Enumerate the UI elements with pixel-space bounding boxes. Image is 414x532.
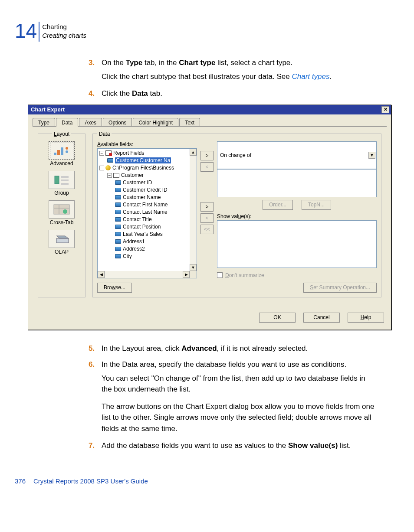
page-footer-title: Crystal Reports 2008 SP3 User's Guide: [33, 477, 148, 485]
dont-summarize-checkbox[interactable]: Don't summarize: [217, 272, 377, 278]
page-footer: 376 Crystal Reports 2008 SP3 User's Guid…: [15, 477, 375, 485]
layout-crosstab-icon: [49, 200, 75, 219]
available-fields-label: Available fields:: [97, 141, 197, 147]
ok-button[interactable]: OK: [259, 313, 296, 323]
tab-data[interactable]: Data: [56, 118, 78, 127]
chapter-number: 14: [15, 21, 37, 41]
tab-color-highlight[interactable]: Color Highlight: [133, 118, 178, 127]
svg-rect-9: [54, 205, 69, 214]
tab-type[interactable]: Type: [33, 118, 55, 127]
close-icon[interactable]: ✕: [381, 106, 389, 113]
step-3-text: On the Type tab, in the Chart type list,…: [102, 59, 292, 67]
tab-text[interactable]: Text: [179, 118, 200, 127]
step-number-5: 5.: [89, 343, 95, 354]
chart-expert-dialog: Chart Expert ✕ Type Data Axes Options Co…: [28, 104, 391, 330]
move-left-onchange[interactable]: <: [200, 162, 214, 172]
step-4-text: Click the Data tab.: [102, 89, 162, 98]
step-7-text: Add the database fields you want to use …: [102, 441, 351, 450]
svg-rect-0: [54, 153, 56, 155]
step-number-4: 4.: [89, 88, 95, 99]
scrollbar-horizontal[interactable]: [105, 271, 183, 278]
svg-rect-14: [56, 238, 69, 243]
tree-selected-field[interactable]: Customer.Customer Na: [115, 157, 171, 163]
page-number: 376: [15, 477, 26, 485]
step-6-para2: The arrow buttons on the Chart Expert di…: [102, 401, 375, 434]
layout-group[interactable]: Group: [43, 171, 81, 196]
data-group: Data Available fields: −Report Fields Cu…: [92, 131, 381, 297]
layout-olap-icon: [49, 230, 75, 248]
svg-rect-1: [57, 150, 60, 155]
checkbox-icon: [217, 272, 223, 278]
step-6-para1: You can select "On change of" from the l…: [102, 373, 375, 395]
chapter-header: 14 Charting Creating charts: [15, 21, 375, 42]
svg-point-12: [63, 209, 67, 214]
tab-options[interactable]: Options: [103, 118, 132, 127]
layout-legend: Layout: [52, 131, 71, 137]
move-left-all[interactable]: <<: [200, 225, 214, 234]
svg-marker-13: [56, 236, 69, 238]
svg-rect-5: [55, 176, 59, 184]
scroll-right-icon[interactable]: ▶: [183, 271, 190, 278]
help-button[interactable]: Help: [348, 313, 384, 323]
cancel-button[interactable]: Cancel: [303, 313, 340, 323]
chevron-down-icon: ▼: [368, 152, 375, 159]
step-number-3: 3.: [89, 57, 95, 69]
scroll-up-icon[interactable]: ▲: [190, 149, 197, 156]
svg-rect-2: [61, 147, 63, 155]
chapter-title-1: Charting: [42, 23, 86, 31]
svg-point-3: [66, 147, 68, 150]
move-left-showvalues[interactable]: <: [200, 213, 214, 223]
layout-group: Layout Advanced Group: [38, 131, 85, 297]
on-change-of-list[interactable]: [217, 169, 377, 197]
scrollbar-vertical[interactable]: [190, 156, 197, 264]
scroll-left-icon[interactable]: ◀: [98, 271, 105, 278]
step-number-6: 6.: [89, 359, 95, 370]
svg-point-4: [66, 150, 68, 153]
order-button[interactable]: Order...: [263, 200, 293, 210]
move-right-onchange[interactable]: >: [200, 151, 214, 160]
svg-rect-6: [61, 176, 69, 178]
show-values-label: Show value(s):: [217, 213, 377, 219]
browse-button[interactable]: Browse...: [97, 283, 132, 293]
layout-olap[interactable]: OLAP: [43, 230, 81, 255]
set-summary-button[interactable]: Set Summary Operation...: [303, 283, 377, 293]
chapter-divider: [39, 22, 39, 42]
scroll-down-icon[interactable]: ▼: [190, 264, 197, 271]
step-number-7: 7.: [89, 440, 95, 451]
tab-axes[interactable]: Axes: [79, 118, 102, 127]
step-3-para: Click the chart subtype that best illust…: [102, 71, 375, 82]
layout-advanced-icon: [49, 141, 75, 160]
step-5-text: In the Layout area, click Advanced, if i…: [102, 344, 308, 352]
dialog-titlebar[interactable]: Chart Expert ✕: [28, 105, 391, 114]
chart-types-link[interactable]: Chart types: [292, 72, 329, 81]
topn-button[interactable]: TopN...: [302, 200, 331, 210]
on-change-of-select[interactable]: On change of ▼: [217, 141, 377, 170]
svg-rect-7: [61, 180, 69, 181]
chapter-title-2: Creating charts: [42, 31, 86, 40]
layout-group-icon: [49, 171, 75, 189]
show-values-list[interactable]: [217, 220, 377, 268]
step-6-text: In the Data area, specify the database f…: [102, 360, 346, 369]
move-right-showvalues[interactable]: >: [200, 202, 214, 212]
dialog-title: Chart Expert: [31, 106, 65, 113]
layout-crosstab[interactable]: Cross-Tab: [43, 200, 81, 225]
data-legend: Data: [97, 131, 112, 137]
available-fields-tree[interactable]: −Report Fields Customer.Customer Na −C:\…: [97, 148, 197, 278]
svg-rect-8: [61, 183, 69, 185]
layout-advanced[interactable]: Advanced: [43, 141, 81, 166]
